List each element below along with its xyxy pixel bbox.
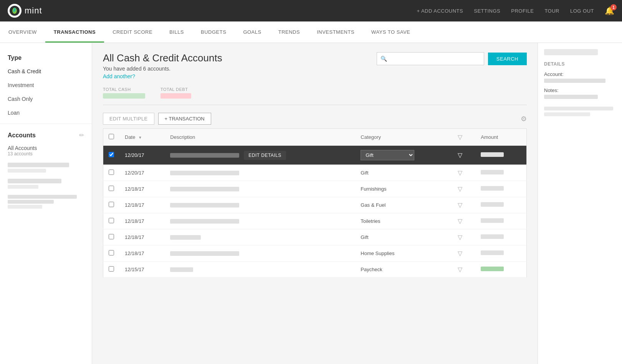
edit-multiple-button[interactable]: EDIT MULTIPLE xyxy=(103,113,154,125)
nav-bills[interactable]: BILLS xyxy=(161,21,192,43)
filter-row-icon-5[interactable]: ▽ xyxy=(458,218,462,224)
nav-overview[interactable]: OVERVIEW xyxy=(0,21,45,43)
row-category-1[interactable]: Gift xyxy=(355,146,452,165)
sidebar-item-cash-only[interactable]: Cash Only xyxy=(0,92,92,106)
settings-link[interactable]: SETTINGS xyxy=(474,8,500,14)
search-input[interactable] xyxy=(377,52,484,65)
row-checkbox-cell-5 xyxy=(103,213,120,229)
row-checkbox-2[interactable] xyxy=(109,170,114,175)
logo-text: mint xyxy=(25,6,42,16)
add-accounts-link[interactable]: + ADD ACCOUNTS xyxy=(417,8,463,14)
nav-credit-score[interactable]: CREDIT SCORE xyxy=(104,21,161,43)
nav-transactions[interactable]: TRANSACTIONS xyxy=(45,21,104,43)
accounts-section-title: Accounts xyxy=(8,132,36,139)
row-checkbox-cell-8 xyxy=(103,262,120,278)
select-all-checkbox[interactable] xyxy=(109,134,114,139)
row-category-5: Toiletries xyxy=(355,213,452,229)
sidebar-account-item-1[interactable] xyxy=(0,160,92,176)
category-text-3[interactable]: Furnishings xyxy=(361,186,386,192)
total-debt-block: TOTAL DEBT xyxy=(160,87,191,99)
category-text-7[interactable]: Home Supplies xyxy=(361,250,394,256)
nav-budgets[interactable]: BUDGETS xyxy=(192,21,235,43)
amount-blur-1 xyxy=(481,152,504,157)
category-text-2[interactable]: Gift xyxy=(361,170,368,176)
filter-row-icon-7[interactable]: ▽ xyxy=(458,250,462,257)
settings-gear-icon[interactable]: ⚙ xyxy=(521,115,527,123)
row-filter-7[interactable]: ▽ xyxy=(452,245,475,262)
row-checkbox-8[interactable] xyxy=(109,266,114,272)
intuit-logo-icon xyxy=(8,4,22,18)
row-filter-3[interactable]: ▽ xyxy=(452,181,475,197)
category-select-1[interactable]: Gift xyxy=(361,150,414,160)
sidebar-item-all-accounts[interactable]: All Accounts 13 accounts xyxy=(0,142,92,160)
row-category-6: Gift xyxy=(355,229,452,245)
row-checkbox-7[interactable] xyxy=(109,250,114,255)
row-checkbox-6[interactable] xyxy=(109,234,114,239)
right-panel: DETAILS Account: Notes: xyxy=(538,43,622,364)
description-blur-3 xyxy=(170,187,239,191)
sidebar-account-item-3[interactable] xyxy=(0,192,92,212)
logout-link[interactable]: LOG OUT xyxy=(570,8,594,14)
category-text-4[interactable]: Gas & Fuel xyxy=(361,202,385,208)
row-amount-8 xyxy=(475,262,526,278)
nav-ways-to-save[interactable]: WAYS TO SAVE xyxy=(363,21,419,43)
edit-details-tooltip[interactable]: EDIT DETAILS xyxy=(244,151,286,160)
row-filter-4[interactable]: ▽ xyxy=(452,197,475,213)
filter-row-icon-8[interactable]: ▽ xyxy=(458,266,462,273)
row-checkbox-1[interactable] xyxy=(109,152,114,157)
sidebar-item-loan[interactable]: Loan xyxy=(0,106,92,120)
type-section-title: Type xyxy=(0,51,92,64)
category-text-6[interactable]: Gift xyxy=(361,234,368,240)
table-row: 12/18/17 Home Supplies ▽ xyxy=(103,245,527,262)
filter-row-icon-6[interactable]: ▽ xyxy=(458,234,462,240)
sidebar-item-investment[interactable]: Investment xyxy=(0,78,92,92)
table-row: 12/20/17 Gift ▽ xyxy=(103,165,527,181)
date-column-header[interactable]: Date ▼ xyxy=(119,129,165,146)
nav-goals[interactable]: GOALS xyxy=(235,21,270,43)
table-row: 12/18/17 Gift ▽ xyxy=(103,229,527,245)
row-desc-7 xyxy=(165,245,355,262)
row-filter-6[interactable]: ▽ xyxy=(452,229,475,245)
total-cash-label: TOTAL CASH xyxy=(103,87,145,92)
row-amount-4 xyxy=(475,197,526,213)
add-transaction-button[interactable]: + TRANSACTION xyxy=(158,113,211,125)
top-navigation: mint + ADD ACCOUNTS SETTINGS PROFILE TOU… xyxy=(0,0,622,21)
search-button[interactable]: SEARCH xyxy=(488,53,527,65)
row-checkbox-4[interactable] xyxy=(109,202,114,207)
add-another-link[interactable]: Add another? xyxy=(103,73,135,79)
row-checkbox-3[interactable] xyxy=(109,186,114,191)
row-checkbox-5[interactable] xyxy=(109,218,114,223)
notification-bell[interactable]: 🔔 1 xyxy=(605,6,614,15)
filter-column-header[interactable]: ▽ xyxy=(452,129,475,146)
details-section-title: DETAILS xyxy=(544,61,616,67)
notification-badge: 1 xyxy=(610,4,617,10)
row-filter-2[interactable]: ▽ xyxy=(452,165,475,181)
sidebar-account-item-2[interactable] xyxy=(0,176,92,192)
table-body: 12/20/17 EDIT DETAILS Gift ▽ xyxy=(103,146,527,278)
filter-row-icon-1[interactable]: ▽ xyxy=(458,152,462,158)
row-desc-3 xyxy=(165,181,355,197)
account-sub-blur-2 xyxy=(8,185,38,189)
search-icon: 🔍 xyxy=(380,56,387,62)
filter-row-icon-3[interactable]: ▽ xyxy=(458,186,462,192)
row-filter-8[interactable]: ▽ xyxy=(452,262,475,278)
nav-trends[interactable]: TRENDS xyxy=(270,21,308,43)
description-blur-8 xyxy=(170,267,193,272)
row-filter-5[interactable]: ▽ xyxy=(452,213,475,229)
filter-row-icon-4[interactable]: ▽ xyxy=(458,202,462,208)
nav-investments[interactable]: INVESTMENTS xyxy=(308,21,363,43)
tour-link[interactable]: TOUR xyxy=(544,8,559,14)
filter-icon[interactable]: ▽ xyxy=(458,134,462,140)
profile-link[interactable]: PROFILE xyxy=(511,8,534,14)
edit-accounts-icon[interactable]: ✏ xyxy=(79,132,84,139)
category-text-5[interactable]: Toiletries xyxy=(361,218,380,224)
main-content: All Cash & Credit Accounts You have adde… xyxy=(92,43,538,364)
description-blur-7 xyxy=(170,251,239,256)
row-filter-1[interactable]: ▽ xyxy=(452,146,475,165)
table-toolbar: EDIT MULTIPLE + TRANSACTION ⚙ xyxy=(103,113,527,125)
category-text-8[interactable]: Paycheck xyxy=(361,267,382,272)
sidebar-item-cash-credit[interactable]: Cash & Credit xyxy=(0,64,92,78)
row-checkbox-cell-1 xyxy=(103,146,120,165)
row-desc-6 xyxy=(165,229,355,245)
filter-row-icon-2[interactable]: ▽ xyxy=(458,170,462,176)
